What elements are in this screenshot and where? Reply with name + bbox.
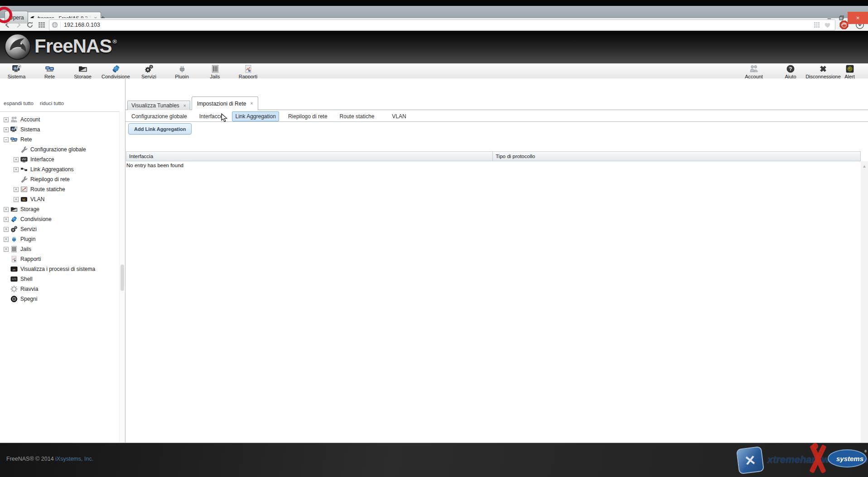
subtab[interactable]: Link Aggregation <box>232 111 279 121</box>
toolbar-item[interactable]: Jails <box>198 64 231 79</box>
tree-toggle[interactable]: + <box>14 187 19 192</box>
toolbar-item[interactable]: Storage <box>66 64 99 79</box>
tree-item-label: Shell <box>20 276 33 282</box>
tree-item[interactable]: + Jails <box>0 244 119 254</box>
tree-item[interactable]: Rapporti <box>0 254 119 264</box>
tree-toggle[interactable]: + <box>4 117 9 122</box>
subtabs-divider <box>125 121 868 122</box>
address-bar[interactable]: 192.168.0.103 <box>49 19 835 30</box>
brand-title: FreeNAS® <box>34 35 116 57</box>
document-tab-close-icon[interactable]: × <box>183 103 186 108</box>
window-close-button[interactable]: × <box>848 12 868 24</box>
tree-toggle[interactable]: − <box>4 137 9 142</box>
processes-icon: ps <box>10 265 18 273</box>
column-header-interfaccia[interactable]: Interfaccia <box>126 151 493 161</box>
window-restore-button[interactable] <box>835 12 848 24</box>
tree-item[interactable]: Riepilogo di rete <box>0 174 119 184</box>
tree-item[interactable]: + Servizi <box>0 224 119 234</box>
add-link-aggregation-button[interactable]: Add Link Aggregation <box>128 123 192 135</box>
tree-toggle[interactable]: + <box>4 217 9 222</box>
speed-dial-grid-icon[interactable] <box>38 21 45 29</box>
tree-toggle[interactable]: + <box>4 247 9 252</box>
tree-item[interactable]: + Link Aggregations <box>0 164 119 174</box>
svg-text:VL: VL <box>22 198 26 201</box>
toolbar-item[interactable]: Disconnessione <box>813 64 833 79</box>
grid-small-icon[interactable] <box>814 22 820 28</box>
freenas-shark-logo-icon <box>4 33 32 61</box>
tree-item[interactable]: + Condivisione <box>0 214 119 224</box>
interface-icon <box>20 156 28 163</box>
globe-icon <box>49 22 58 28</box>
people-icon <box>749 64 759 73</box>
subtab[interactable]: Route statiche <box>337 111 378 121</box>
restart-icon <box>10 285 18 293</box>
tree-toggle[interactable]: + <box>14 167 19 172</box>
document-tab[interactable]: Impostazioni di Rete × <box>192 96 259 110</box>
toolbar-item[interactable]: Account <box>740 64 768 79</box>
tree-item[interactable]: ps Visualizza i processi di sistema <box>0 264 119 274</box>
tree-toggle[interactable]: + <box>14 197 19 202</box>
toolbar-item[interactable]: Sistema <box>0 64 33 79</box>
ixsystems-link[interactable]: iXsystems, Inc. <box>55 456 93 462</box>
tree-item[interactable]: </> Shell <box>0 274 119 284</box>
tree-item[interactable]: + Sistema <box>0 125 119 135</box>
subtab[interactable]: Interfacce <box>196 111 227 121</box>
collapse-all-link[interactable]: riduci tutto <box>40 101 64 106</box>
url-text[interactable]: 192.168.0.103 <box>61 22 814 28</box>
tree-item-label: Rapporti <box>20 256 41 262</box>
subtab[interactable]: Configurazione globale <box>128 111 190 121</box>
toolbar-item[interactable]: Servizi <box>132 64 165 79</box>
tree-toggle[interactable]: + <box>14 157 19 162</box>
tree-item-label: Servizi <box>20 226 37 232</box>
toolbar-item[interactable]: Alert <box>833 64 866 79</box>
content-scrollbar[interactable]: ▲ ▼ <box>861 161 868 477</box>
toolbar-item[interactable]: Rete <box>33 64 66 79</box>
tree-item[interactable]: + Account <box>0 115 119 125</box>
svg-text:ps: ps <box>13 269 15 271</box>
tree-item-label: Spegni <box>20 296 37 302</box>
column-header-tipo-di-protocollo[interactable]: Tipo di protocollo <box>493 151 861 161</box>
sidebar: espandi tutto riduci tutto + Account + S… <box>0 78 125 443</box>
sidebar-scrollbar[interactable] <box>119 111 125 443</box>
toolbar-item[interactable]: Rapporti <box>231 64 265 79</box>
tree-item[interactable]: + VL VLAN <box>0 194 119 204</box>
tree-toggle[interactable]: + <box>4 237 9 242</box>
window-titlebar <box>0 0 868 6</box>
tree-item[interactable]: Riavvia <box>0 284 119 294</box>
subtab[interactable]: VLAN <box>389 111 409 121</box>
window-minimize-button[interactable]: – <box>823 12 835 24</box>
wrench-icon <box>20 176 28 183</box>
tree-item[interactable]: + Route statiche <box>0 184 119 194</box>
tree-item[interactable]: + Plugin <box>0 234 119 244</box>
xtremehardware-x-logo-icon: ✕ <box>736 446 764 474</box>
folder-icon <box>10 206 18 213</box>
tree-item[interactable]: + Interfacce <box>0 154 119 164</box>
subtab[interactable]: Riepilogo di rete <box>285 111 331 121</box>
jail-icon <box>10 246 18 253</box>
tree-toggle[interactable]: + <box>4 227 9 232</box>
toolbar-item[interactable]: Condivisione <box>99 64 132 79</box>
document-tab[interactable]: Visualizza Tunables × <box>127 101 190 110</box>
sidebar-scrollbar-thumb[interactable] <box>121 265 124 291</box>
tree-item[interactable]: − Rete <box>0 135 119 145</box>
tree-item-label: Riepilogo di rete <box>30 176 70 183</box>
app-toolbar-left: Sistema Rete Storage Condivisione Serviz… <box>0 64 265 79</box>
share-icon <box>111 64 121 73</box>
tree-item-label: Sistema <box>20 126 40 133</box>
alert-icon <box>845 64 855 73</box>
tree-item-label: Interfacce <box>30 156 54 163</box>
tree-toggle[interactable]: + <box>4 207 9 212</box>
document-tab-close-icon[interactable]: × <box>250 101 253 106</box>
expand-all-link[interactable]: espandi tutto <box>4 101 34 106</box>
tree-toggle[interactable]: + <box>4 127 9 132</box>
tree-item-label: Storage <box>20 206 39 212</box>
tree-item[interactable]: Configurazione globale <box>0 145 119 154</box>
toolbar-item[interactable]: Plugin <box>165 64 198 79</box>
system-monitor-icon <box>10 126 18 133</box>
share-icon <box>10 216 18 223</box>
tree-item[interactable]: Spegni <box>0 294 119 304</box>
network-icon <box>45 64 55 73</box>
scroll-up-icon[interactable]: ▲ <box>861 163 868 170</box>
folder-icon <box>78 64 88 73</box>
tree-item[interactable]: + Storage <box>0 204 119 214</box>
